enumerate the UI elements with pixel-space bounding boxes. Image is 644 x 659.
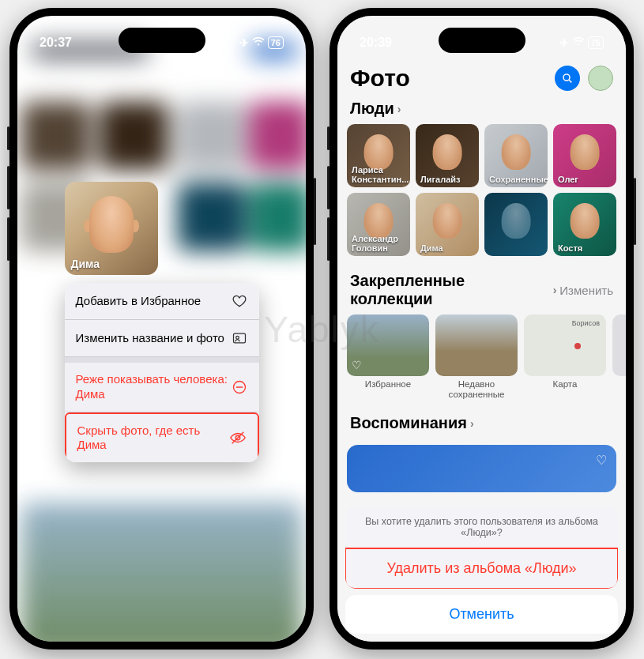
dynamic-island (119, 28, 205, 53)
section-label: Воспоминания (350, 414, 467, 432)
person-name: Лариса Константин... (352, 165, 407, 184)
pinned-recent[interactable]: Недавно сохраненные (435, 314, 518, 400)
person-tile[interactable]: Олег (553, 124, 616, 187)
map-city-label: Борисов (572, 319, 600, 327)
person-name: Костя (558, 243, 613, 253)
menu-label: Изменить название и фото (76, 331, 224, 346)
person-tile[interactable]: Костя (553, 193, 616, 256)
menu-label: Добавить в Избранное (76, 294, 201, 309)
page-title: Фото (350, 65, 410, 92)
dynamic-island (439, 28, 525, 53)
section-memories[interactable]: Воспоминания › (337, 409, 626, 439)
remove-from-people-button[interactable]: Удалить из альбома «Люди» (345, 548, 618, 589)
pinned-more[interactable] (612, 314, 626, 400)
chevron-right-icon: › (470, 417, 474, 430)
wifi-icon (572, 36, 585, 49)
edit-link[interactable]: Изменить (559, 284, 613, 297)
pinned-label: Недавно сохраненные (435, 379, 518, 400)
context-menu: Добавить в Избранное Изменить название и… (65, 283, 259, 462)
phone-right: Воскресенье 13 июля 20:39 ✈ 75 Фото (330, 8, 634, 650)
person-tile[interactable]: Сохраненные (484, 124, 548, 187)
search-button[interactable] (555, 66, 580, 91)
person-tile[interactable]: Лариса Константин... (347, 124, 410, 187)
memories-card[interactable]: ♡ (347, 445, 616, 492)
svg-point-6 (563, 74, 570, 81)
airplane-icon: ✈ (239, 36, 249, 49)
person-name: Олег (558, 175, 613, 184)
section-pinned[interactable]: Закрепленные коллекции › Изменить (337, 267, 626, 314)
people-grid: Лариса Константин... Лигалайз Сохраненны… (337, 124, 626, 256)
person-preview-card[interactable]: Дима (65, 182, 158, 275)
person-tile[interactable]: Лигалайз (416, 124, 479, 187)
battery-indicator: 76 (268, 36, 284, 49)
heart-outline-icon[interactable]: ♡ (596, 453, 607, 468)
phone-left: 20:37 ✈ 76 Дима Добавить в Избранное (9, 8, 314, 650)
svg-point-1 (235, 336, 239, 339)
pinned-label: Избранное (347, 379, 429, 390)
person-tile[interactable]: Дима (416, 193, 479, 256)
person-name-label: Дима (71, 258, 100, 270)
cancel-button[interactable]: Отменить (345, 595, 618, 634)
section-label: Закрепленные коллекции (350, 272, 550, 308)
menu-add-favorite[interactable]: Добавить в Избранное (65, 283, 259, 320)
person-name: Дима (420, 243, 476, 253)
pinned-favorites[interactable]: ♡ Избранное (347, 314, 429, 400)
menu-feature-less[interactable]: Реже показывать человека: Дима (65, 363, 259, 412)
person-name: Сохраненные (489, 175, 544, 184)
pinned-map[interactable]: Борисов Карта (524, 314, 606, 400)
person-name: Александр Головин (352, 234, 407, 253)
airplane-icon: ✈ (559, 36, 569, 49)
svg-line-7 (569, 80, 571, 82)
heart-icon: ♡ (352, 359, 362, 371)
menu-hide-photos[interactable]: Скрыть фото, где есть Дима (65, 412, 259, 463)
pinned-collections: ♡ Избранное Недавно сохраненные Борисов … (337, 314, 626, 400)
menu-label: Реже показывать человека: Дима (76, 372, 231, 402)
menu-label: Скрыть фото, где есть Дима (77, 424, 229, 454)
profile-avatar[interactable] (588, 66, 613, 91)
person-tile[interactable]: Александр Головин (347, 193, 410, 256)
person-tile[interactable] (484, 193, 548, 256)
pinned-label: Карта (524, 379, 606, 390)
chevron-right-icon: › (553, 284, 557, 296)
section-label: Люди (350, 100, 394, 118)
eye-slash-icon (229, 429, 247, 446)
heart-outline-icon (231, 292, 248, 310)
section-people[interactable]: Люди › (337, 95, 626, 124)
contact-card-icon (231, 330, 248, 347)
status-time: 20:39 (360, 36, 392, 50)
status-time: 20:37 (40, 36, 72, 50)
person-name: Лигалайз (420, 175, 476, 184)
battery-indicator: 75 (588, 36, 604, 49)
wifi-icon (252, 36, 265, 49)
action-sheet: Вы хотите удалить этого пользователя из … (345, 506, 618, 634)
sheet-message: Вы хотите удалить этого пользователя из … (345, 506, 618, 548)
minus-circle-icon (231, 378, 248, 396)
menu-rename[interactable]: Изменить название и фото (65, 320, 259, 357)
chevron-right-icon: › (397, 103, 401, 115)
